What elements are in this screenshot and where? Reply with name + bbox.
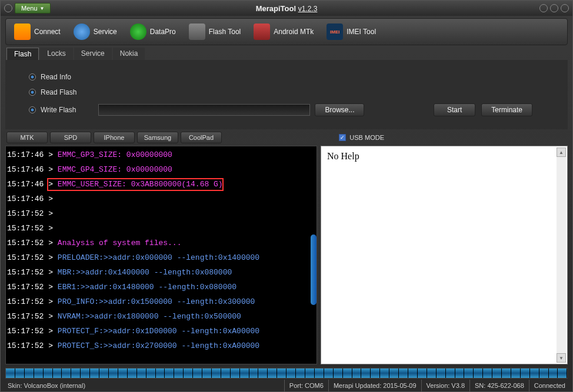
log-line: 15:17:52 > bbox=[7, 206, 315, 221]
status-sn: SN: 425-622-068 bbox=[469, 380, 529, 391]
system-icon[interactable] bbox=[4, 4, 12, 12]
status-bar: Skin: VolcanoBox (internal) Port: COM6 M… bbox=[1, 380, 572, 391]
maximize-button[interactable] bbox=[550, 4, 558, 12]
checkbox-icon: ✓ bbox=[339, 134, 346, 141]
log-line: 15:17:52 > bbox=[7, 221, 315, 236]
scroll-down-icon[interactable]: ▼ bbox=[557, 353, 566, 363]
toolbar-flashtool[interactable]: Flash Tool bbox=[183, 21, 246, 42]
radio-icon bbox=[29, 73, 36, 81]
app-name: MerapiTool bbox=[256, 4, 296, 13]
title: MerapiTool v1.2.3 bbox=[256, 4, 318, 13]
option-read-info[interactable]: Read Info bbox=[29, 73, 544, 81]
app-version: v1.2.3 bbox=[298, 5, 318, 13]
option-write-flash-row: Write Flash Browse... Start Terminate bbox=[29, 103, 544, 116]
browse-button[interactable]: Browse... bbox=[315, 103, 364, 116]
tab-locks[interactable]: Locks bbox=[40, 48, 72, 60]
sub-tabs: Flash Locks Service Nokia bbox=[1, 48, 572, 60]
tab-service[interactable]: Service bbox=[74, 48, 112, 60]
log-line: 15:17:52 > NVRAM:>>addr:0x1800000 --leng… bbox=[7, 309, 315, 324]
datapro-icon bbox=[130, 24, 146, 40]
scroll-up-icon[interactable]: ▲ bbox=[557, 148, 566, 157]
flashtool-icon bbox=[189, 24, 205, 40]
device-tab-coolpad[interactable]: CoolPad bbox=[181, 132, 222, 143]
log-line: 15:17:52 > EBR1:>>addr:0x1480000 --lengt… bbox=[7, 280, 315, 294]
status-version: Version: V3.8 bbox=[421, 380, 469, 391]
flash-path-input[interactable] bbox=[98, 104, 310, 116]
toolbar-datapro[interactable]: DataPro bbox=[124, 21, 182, 42]
main-content: 15:17:46 > EMMC_GP3_SIZE: 0x0000000015:1… bbox=[5, 146, 568, 364]
option-read-flash[interactable]: Read Flash bbox=[29, 88, 544, 96]
status-port: Port: COM6 bbox=[284, 380, 328, 391]
toolbar-label: Android MTk bbox=[274, 28, 314, 36]
close-button[interactable] bbox=[561, 4, 569, 12]
connect-icon bbox=[14, 24, 31, 40]
log-line: 15:17:52 > MBR:>>addr:0x1400000 --length… bbox=[7, 265, 315, 280]
log-scrollbar[interactable] bbox=[311, 234, 317, 305]
tab-flash[interactable]: Flash bbox=[6, 48, 39, 60]
log-line: 15:17:52 > PRELOADER:>>addr:0x000000 --l… bbox=[7, 250, 315, 265]
start-button[interactable]: Start bbox=[434, 103, 475, 116]
help-scrollbar[interactable]: ▲ ▼ bbox=[557, 148, 566, 363]
menu-button[interactable]: Menu bbox=[15, 3, 51, 14]
log-line: 15:17:52 > Analysis of system files... bbox=[7, 236, 315, 250]
option-label: Read Flash bbox=[41, 88, 76, 96]
log-line: 15:17:52 > PROTECT_F:>>addr:0x1D00000 --… bbox=[7, 324, 315, 339]
device-tabs: MTK SPD IPhone Samsung CoolPad ✓ USB MOD… bbox=[1, 129, 572, 146]
toolbar-label: Connect bbox=[34, 28, 61, 36]
option-label: Read Info bbox=[41, 73, 71, 81]
toolbar-imeitool[interactable]: IMEI IMEI Tool bbox=[321, 21, 382, 42]
log-line: 15:17:46 > EMMC_USER_SIZE: 0x3AB800000(1… bbox=[7, 177, 315, 192]
main-toolbar: Connect Service DataPro Flash Tool Andro… bbox=[5, 18, 568, 45]
log-line: 15:17:46 > EMMC_GP3_SIZE: 0x00000000 bbox=[7, 148, 315, 162]
options-panel: Read Info Read Flash Write Flash Browse.… bbox=[5, 60, 568, 129]
app-window: Menu MerapiTool v1.2.3 Connect Service D… bbox=[0, 0, 573, 392]
toolbar-label: Service bbox=[94, 28, 117, 36]
imei-icon: IMEI bbox=[327, 24, 343, 40]
toolbar-label: IMEI Tool bbox=[347, 28, 376, 36]
log-line: 15:17:52 > PROTECT_S:>>addr:0x2700000 --… bbox=[7, 339, 315, 353]
log-panel[interactable]: 15:17:46 > EMMC_GP3_SIZE: 0x0000000015:1… bbox=[5, 146, 317, 364]
help-panel: No Help ▲ ▼ bbox=[321, 146, 568, 364]
toolbar-androidmtk[interactable]: Android MTk bbox=[248, 21, 319, 42]
titlebar: Menu MerapiTool v1.2.3 bbox=[1, 1, 572, 16]
toolbar-service[interactable]: Service bbox=[68, 21, 123, 42]
log-line: 15:17:52 > PRO_INFO:>>addr:0x1500000 --l… bbox=[7, 294, 315, 309]
toolbar-label: Flash Tool bbox=[209, 28, 241, 36]
toolbar-connect[interactable]: Connect bbox=[8, 21, 66, 42]
menu-label: Menu bbox=[21, 5, 38, 12]
radio-icon bbox=[29, 89, 36, 96]
device-tab-samsung[interactable]: Samsung bbox=[137, 132, 178, 143]
option-label[interactable]: Write Flash bbox=[41, 106, 76, 114]
terminate-button[interactable]: Terminate bbox=[481, 103, 532, 116]
androidmtk-icon bbox=[254, 24, 270, 40]
usb-mode-label: USB MODE bbox=[349, 134, 384, 141]
minimize-button[interactable] bbox=[539, 4, 548, 12]
toolbar-label: DataPro bbox=[150, 28, 176, 36]
device-tab-mtk[interactable]: MTK bbox=[6, 132, 48, 143]
help-text: No Help bbox=[327, 151, 359, 161]
radio-icon[interactable] bbox=[29, 106, 36, 113]
log-line: 15:17:46 > EMMC_GP4_SIZE: 0x00000000 bbox=[7, 162, 315, 177]
status-updated: Merapi Updated: 2015-05-09 bbox=[328, 380, 421, 391]
status-skin: Skin: VolcanoBox (internal) bbox=[3, 380, 284, 391]
status-connected: Connected bbox=[529, 380, 570, 391]
device-tab-iphone[interactable]: IPhone bbox=[94, 132, 135, 143]
window-controls bbox=[539, 4, 569, 12]
log-line: 15:17:46 > bbox=[7, 192, 315, 206]
tab-nokia[interactable]: Nokia bbox=[113, 48, 145, 60]
service-icon bbox=[74, 24, 90, 40]
progress-bar bbox=[5, 368, 568, 378]
device-tab-spd[interactable]: SPD bbox=[50, 132, 91, 143]
usb-mode-option[interactable]: ✓ USB MODE bbox=[339, 134, 384, 141]
